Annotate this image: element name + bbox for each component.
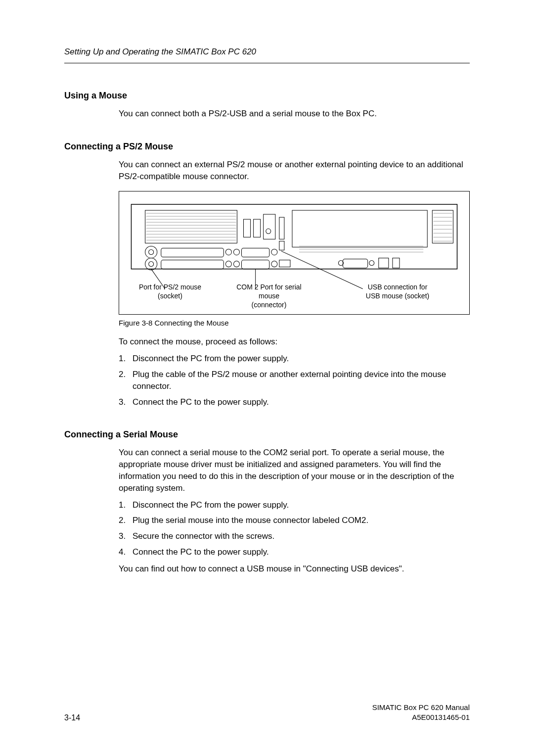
svg-rect-27 — [292, 210, 427, 247]
page-number: 3-14 — [64, 713, 80, 722]
footer-title: SIMATIC Box PC 620 Manual — [372, 703, 470, 711]
sec2-step3: Connect the PC to the power supply. — [119, 396, 470, 408]
sec2-step1: Disconnect the PC from the power supply. — [119, 353, 470, 365]
svg-point-24 — [266, 229, 271, 234]
svg-rect-0 — [131, 204, 457, 269]
callout-ps2-line2: (socket) — [158, 292, 182, 300]
sec2-p2: To connect the mouse, proceed as follows… — [119, 336, 470, 348]
sec3-step2: Plug the serial mouse into the mouse con… — [119, 515, 470, 526]
figure-caption: Figure 3-8 Connecting the Mouse — [119, 319, 470, 327]
svg-point-35 — [271, 249, 277, 255]
callout-com2-line2: (connector) — [252, 301, 287, 309]
callout-usb: USB connection for USB mouse (socket) — [360, 283, 435, 310]
sec3-step1: Disconnect the PC from the power supply. — [119, 499, 470, 511]
svg-rect-26 — [279, 241, 284, 250]
svg-point-39 — [233, 261, 239, 267]
svg-rect-21 — [244, 220, 251, 237]
sec2-steps: Disconnect the PC from the power supply.… — [119, 353, 470, 408]
sec3-p2: You can find out how to connect a USB mo… — [119, 563, 470, 575]
heading-using-mouse: Using a Mouse — [64, 91, 470, 101]
sec3-p1: You can connect a serial mouse to the CO… — [119, 447, 470, 494]
callout-ps2-line1: Port for PS/2 mouse — [139, 283, 201, 291]
svg-point-34 — [233, 249, 239, 255]
footer-docid: A5E00131465-01 — [412, 713, 470, 721]
svg-point-40 — [271, 261, 277, 267]
svg-rect-25 — [279, 218, 284, 239]
callout-com2-line1: COM 2 Port for serial mouse — [236, 283, 301, 300]
svg-rect-22 — [254, 220, 261, 237]
sec3-steps: Disconnect the PC from the power supply.… — [119, 499, 470, 558]
svg-rect-44 — [379, 258, 389, 268]
callout-ps2: Port for PS/2 mouse (socket) — [133, 283, 207, 310]
sec2-p1: You can connect an external PS/2 mouse o… — [119, 159, 470, 183]
svg-point-43 — [369, 261, 374, 266]
sec2-step2: Plug the cable of the PS/2 mouse or anot… — [119, 369, 470, 392]
callout-com2: COM 2 Port for serial mouse (connector) — [227, 283, 311, 310]
svg-point-31 — [145, 246, 157, 258]
svg-point-32 — [149, 250, 154, 255]
heading-connecting-ps2: Connecting a PS/2 Mouse — [64, 142, 470, 152]
page-footer: 3-14 SIMATIC Box PC 620 Manual A5E001314… — [64, 703, 470, 723]
svg-rect-1 — [145, 210, 237, 243]
svg-point-37 — [149, 262, 154, 267]
figure-connecting-mouse: Port for PS/2 mouse (socket) COM 2 Port … — [119, 191, 470, 315]
sec3-step3: Secure the connector with the screws. — [119, 530, 470, 542]
svg-point-36 — [145, 258, 157, 270]
svg-rect-45 — [393, 258, 400, 268]
sec1-p1: You can connect both a PS/2-USB and a se… — [119, 108, 470, 120]
sec3-step4: Connect the PC to the power supply. — [119, 546, 470, 558]
heading-connecting-serial: Connecting a Serial Mouse — [64, 429, 470, 440]
svg-rect-12 — [432, 210, 453, 243]
svg-point-38 — [225, 261, 231, 267]
running-header: Setting Up and Operating the SIMATIC Box… — [64, 47, 470, 63]
svg-rect-41 — [279, 260, 290, 267]
svg-point-33 — [225, 249, 231, 255]
callout-usb-line1: USB connection for — [368, 283, 428, 291]
svg-rect-23 — [264, 215, 275, 239]
callout-usb-line2: USB mouse (socket) — [366, 292, 429, 300]
